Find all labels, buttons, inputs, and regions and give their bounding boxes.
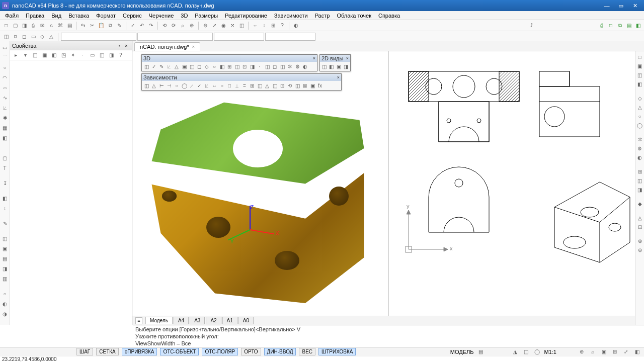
- float-tool-button[interactable]: ·: [256, 63, 263, 70]
- toolbar-button[interactable]: ⊕: [188, 22, 196, 30]
- float-tool-button[interactable]: ⚙: [294, 63, 301, 70]
- status-icon[interactable]: ◫: [522, 348, 530, 356]
- float-tool-button[interactable]: ○: [218, 82, 225, 89]
- right-tool-button[interactable]: ◐: [636, 154, 643, 161]
- float-tool-button[interactable]: △: [150, 82, 157, 89]
- left-tool-button[interactable]: ↕: [1, 204, 9, 212]
- float-tool-button[interactable]: ⊢: [158, 82, 165, 89]
- combo-color[interactable]: [137, 33, 213, 41]
- float-tool-button[interactable]: ⊞: [226, 63, 233, 70]
- toolbar-button[interactable]: △: [47, 33, 55, 41]
- float-tool-button[interactable]: ◫: [143, 63, 150, 70]
- status-icon[interactable]: ⊞: [611, 348, 619, 356]
- properties-tool-button[interactable]: ?: [117, 51, 125, 59]
- toolbar-button[interactable]: ⤧: [228, 22, 236, 30]
- status-icon[interactable]: ◮: [511, 348, 519, 356]
- right-tool-button[interactable]: ○: [636, 113, 643, 120]
- toolbar-button[interactable]: ◇: [38, 33, 46, 41]
- left-tool-button[interactable]: ▭: [1, 43, 9, 51]
- float-tool-button[interactable]: ⊣: [166, 82, 173, 89]
- float-tool-button[interactable]: ◻: [271, 63, 278, 70]
- float-tool-button[interactable]: ▣: [181, 63, 188, 70]
- left-tool-button[interactable]: ○: [1, 290, 9, 298]
- float-toolbar-2dviews[interactable]: 2D виды × ◫◧▣◨: [319, 54, 351, 71]
- float-tool-button[interactable]: △: [264, 82, 271, 89]
- menu-формат[interactable]: Формат: [93, 12, 119, 19]
- mstab-A0[interactable]: A0: [238, 317, 254, 324]
- properties-tool-button[interactable]: ◳: [59, 51, 67, 59]
- toolbar-button[interactable]: ?: [278, 22, 286, 30]
- status-icon[interactable]: ▣: [600, 348, 608, 356]
- toolbar-button[interactable]: ✂: [88, 22, 96, 30]
- toolbar-button[interactable]: ⌑: [11, 33, 19, 41]
- maximize-button[interactable]: ▭: [614, 1, 628, 10]
- toolbar-button[interactable]: □: [2, 22, 10, 30]
- toolbar-button[interactable]: ⊖: [201, 22, 209, 30]
- toolbar-button[interactable]: ▢: [11, 22, 19, 30]
- float-tool-button[interactable]: fx: [316, 82, 324, 89]
- left-tool-button[interactable]: ∿: [1, 94, 9, 102]
- toolbar-button[interactable]: ⟲: [160, 22, 169, 30]
- right-tool-button[interactable]: ◬: [636, 214, 643, 221]
- toolbar-button[interactable]: ◫: [237, 22, 246, 30]
- toolbar-button[interactable]: ▭: [29, 33, 37, 41]
- float-tool-button[interactable]: ◻: [196, 63, 203, 70]
- properties-tool-button[interactable]: ◧: [50, 51, 58, 59]
- float-tool-button[interactable]: ⊡: [279, 82, 286, 89]
- left-tool-button[interactable]: ◠: [1, 73, 9, 81]
- right-tool-button[interactable]: ⚙: [636, 145, 643, 152]
- right-tool-button[interactable]: ▣: [636, 62, 643, 69]
- close-button[interactable]: ✕: [628, 1, 642, 10]
- menu-сервис[interactable]: Сервис: [120, 12, 145, 19]
- combo-ltype[interactable]: [214, 33, 264, 41]
- float-toolbar-3d-close[interactable]: ×: [313, 56, 315, 61]
- right-tool-button[interactable]: △: [636, 104, 643, 111]
- float-tool-button[interactable]: ◫: [294, 82, 301, 89]
- menu-размеры[interactable]: Размеры: [192, 12, 221, 19]
- properties-tool-button[interactable]: ✦: [69, 51, 77, 59]
- float-tool-button[interactable]: ⊡: [241, 63, 248, 70]
- right-tool-button[interactable]: ◫: [636, 177, 643, 184]
- left-tool-button[interactable]: ⌓: [1, 83, 9, 92]
- float-tool-button[interactable]: ○: [173, 82, 180, 89]
- float-tool-button[interactable]: ◫: [279, 63, 286, 70]
- status-icon[interactable]: ◧: [633, 348, 641, 356]
- properties-tool-button[interactable]: ·: [78, 51, 87, 59]
- left-tool-button[interactable]: ◑: [1, 310, 9, 318]
- right-tool-button[interactable]: ◧: [636, 80, 643, 87]
- status-toggle-ОРТО[interactable]: ОРТО: [241, 348, 261, 355]
- toolbar-button[interactable]: ⟳: [170, 22, 178, 30]
- left-tool-button[interactable]: ▣: [1, 244, 9, 252]
- float-tool-button[interactable]: ✲: [286, 63, 293, 70]
- properties-pin[interactable]: ▫: [116, 43, 123, 48]
- mstab-Модель[interactable]: Модель: [145, 317, 173, 324]
- left-tool-button[interactable]: ◫: [1, 234, 9, 242]
- toolbar-button[interactable]: ◐: [292, 22, 300, 30]
- float-tool-button[interactable]: ▣: [336, 63, 342, 70]
- toolbar-button[interactable]: ✎: [115, 22, 123, 30]
- right-tool-button[interactable]: ◫: [636, 71, 643, 78]
- document-tab-close[interactable]: ×: [192, 44, 195, 49]
- menu-файл[interactable]: Файл: [2, 12, 22, 19]
- toolbar-button[interactable]: □: [607, 22, 615, 30]
- right-tool-button[interactable]: ⊖: [636, 246, 643, 253]
- toolbar-button[interactable]: ⎙: [29, 22, 37, 30]
- float-tool-button[interactable]: ▣: [309, 82, 316, 89]
- float-tool-button[interactable]: ✓: [150, 63, 157, 70]
- mstab-A1[interactable]: A1: [222, 317, 237, 324]
- right-tool-button[interactable]: ✲: [636, 136, 643, 143]
- toolbar-button[interactable]: ◫: [2, 33, 10, 41]
- right-tool-button[interactable]: ⊡: [636, 223, 643, 230]
- float-toolbar-3d-header[interactable]: 3D ×: [142, 55, 317, 62]
- float-tool-button[interactable]: ◨: [343, 63, 349, 70]
- viewport-2d[interactable]: y x: [388, 51, 644, 316]
- float-tool-button[interactable]: ⊠: [301, 82, 308, 89]
- status-toggle-ШАГ[interactable]: ШАГ: [76, 348, 93, 355]
- toolbar-button[interactable]: ⤢: [210, 22, 218, 30]
- float-tool-button[interactable]: ⟂: [233, 82, 240, 89]
- status-icon[interactable]: ⌕: [589, 348, 597, 356]
- float-toolbar-2dviews-close[interactable]: ×: [346, 56, 349, 61]
- menu-вставка[interactable]: Вставка: [65, 12, 92, 19]
- right-tool-button[interactable]: ⊕: [636, 237, 643, 244]
- float-tool-button[interactable]: ◯: [181, 82, 188, 89]
